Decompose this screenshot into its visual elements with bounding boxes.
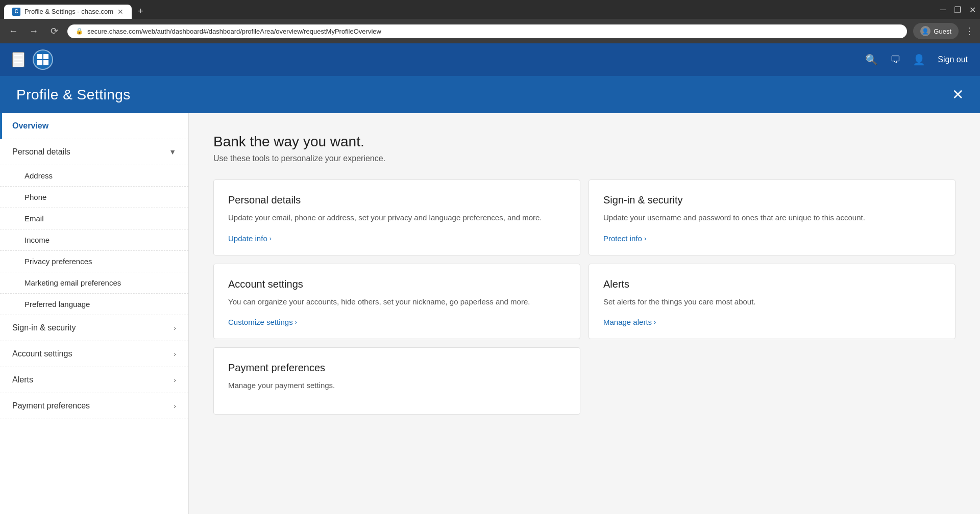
profile-icon: 👤	[920, 26, 930, 36]
profile-button[interactable]: 👤 Guest	[913, 23, 959, 39]
cards-grid: Personal details Update your email, phon…	[213, 179, 955, 339]
svg-rect-2	[37, 60, 42, 65]
sidebar-item-label: Account settings	[12, 349, 72, 358]
tab-favicon: C	[12, 8, 20, 16]
browser-menu-button[interactable]: ⋮	[965, 25, 974, 37]
address-bar[interactable]: 🔒 secure.chase.com/web/auth/dashboard#/d…	[67, 24, 907, 38]
sidebar-sub-item-label: Privacy preferences	[24, 257, 92, 266]
sidebar-sub-item-label: Email	[24, 214, 44, 223]
sidebar-item-label: Personal details	[12, 147, 70, 157]
chevron-right-icon: ›	[174, 376, 176, 384]
svg-rect-3	[43, 60, 48, 65]
chevron-right-icon: ›	[174, 350, 176, 358]
card-title: Sign-in & security	[603, 194, 941, 206]
chase-logo	[33, 49, 53, 70]
manage-alerts-label: Manage alerts	[603, 318, 652, 326]
card-description: Set alerts for the things you care most …	[603, 296, 941, 308]
sidebar-sub-item-label: Preferred language	[24, 300, 90, 309]
card-title: Alerts	[603, 278, 941, 290]
notifications-button[interactable]: 🗨	[890, 54, 900, 66]
sidebar-sub-item-label: Income	[24, 236, 50, 244]
nav-right: 🔍 🗨 👤 Sign out	[865, 54, 968, 66]
protect-info-link[interactable]: Protect info ›	[603, 234, 941, 243]
sidebar-item-phone[interactable]: Phone	[0, 187, 188, 208]
account-button[interactable]: 👤	[913, 54, 925, 66]
card-description: Update your username and password to one…	[603, 212, 941, 224]
page-title: Profile & Settings	[16, 87, 131, 103]
manage-alerts-link[interactable]: Manage alerts ›	[603, 318, 941, 326]
restore-button[interactable]: ❐	[954, 5, 961, 15]
sidebar-item-account-settings[interactable]: Account settings ›	[0, 341, 188, 367]
content-subheading: Use these tools to personalize your expe…	[213, 154, 955, 163]
sidebar-item-payment-preferences[interactable]: Payment preferences ›	[0, 393, 188, 419]
customize-settings-label: Customize settings	[228, 318, 293, 326]
tab-title: Profile & Settings - chase.com	[24, 8, 113, 15]
sidebar-sub-item-label: Address	[24, 171, 53, 180]
forward-button[interactable]: →	[27, 24, 41, 38]
browser-toolbar: ← → ⟳ 🔒 secure.chase.com/web/auth/dashbo…	[0, 19, 980, 43]
update-info-link[interactable]: Update info ›	[228, 234, 566, 243]
card-title: Payment preferences	[228, 362, 566, 374]
sidebar-item-label: Alerts	[12, 375, 33, 384]
back-button[interactable]: ←	[6, 24, 20, 38]
sidebar-item-privacy-preferences[interactable]: Privacy preferences	[0, 251, 188, 272]
refresh-button[interactable]: ⟳	[47, 24, 61, 38]
personal-details-card: Personal details Update your email, phon…	[213, 179, 580, 255]
sidebar-item-sign-in-security[interactable]: Sign-in & security ›	[0, 315, 188, 341]
chevron-right-icon: ›	[174, 402, 176, 410]
sidebar-item-overview[interactable]: Overview	[0, 113, 188, 139]
close-profile-button[interactable]: ✕	[952, 86, 964, 103]
chevron-down-icon: ▼	[169, 148, 176, 156]
chase-app: ☰ 🔍 🗨 👤 Sign out Profile & Settings ✕ Ov…	[0, 43, 980, 514]
sign-in-security-card: Sign-in & security Update your username …	[589, 179, 955, 255]
card-description: You can organize your accounts, hide oth…	[228, 296, 566, 308]
card-description: Manage your payment settings.	[228, 380, 566, 392]
sidebar-item-label: Payment preferences	[12, 401, 90, 410]
minimize-button[interactable]: ─	[940, 5, 946, 15]
sidebar-sub-item-label: Phone	[24, 193, 46, 201]
link-chevron-icon: ›	[295, 318, 297, 326]
sidebar-item-income[interactable]: Income	[0, 229, 188, 251]
sidebar-item-label: Sign-in & security	[12, 323, 76, 332]
sidebar-sub-item-label: Marketing email preferences	[24, 278, 121, 287]
browser-chrome: C Profile & Settings - chase.com ✕ + ─ ❐…	[0, 0, 980, 19]
account-settings-card: Account settings You can organize your a…	[213, 264, 580, 340]
content-area: Bank the way you want. Use these tools t…	[189, 113, 980, 514]
browser-tab[interactable]: C Profile & Settings - chase.com ✕	[4, 5, 132, 19]
new-tab-button[interactable]: +	[134, 4, 148, 19]
alerts-card: Alerts Set alerts for the things you car…	[589, 264, 955, 340]
url-text: secure.chase.com/web/auth/dashboard#/das…	[87, 28, 381, 35]
sidebar-item-marketing-email-preferences[interactable]: Marketing email preferences	[0, 272, 188, 294]
protect-info-label: Protect info	[603, 234, 642, 243]
sidebar: Overview Personal details ▼ Address Phon…	[0, 113, 189, 514]
main-content: Overview Personal details ▼ Address Phon…	[0, 113, 980, 514]
svg-rect-0	[37, 54, 42, 59]
card-title: Account settings	[228, 278, 566, 290]
sidebar-item-alerts[interactable]: Alerts ›	[0, 367, 188, 393]
sign-out-button[interactable]: Sign out	[938, 55, 968, 64]
content-heading: Bank the way you want.	[213, 134, 955, 150]
svg-rect-1	[43, 54, 48, 59]
sidebar-item-personal-details[interactable]: Personal details ▼	[0, 139, 188, 165]
profile-label: Guest	[934, 28, 951, 35]
payment-preferences-card: Payment preferences Manage your payment …	[213, 347, 580, 415]
profile-settings-header: Profile & Settings ✕	[0, 76, 980, 113]
chase-navbar: ☰ 🔍 🗨 👤 Sign out	[0, 43, 980, 76]
lock-icon: 🔒	[76, 28, 83, 35]
card-title: Personal details	[228, 194, 566, 206]
link-chevron-icon: ›	[654, 318, 656, 326]
link-chevron-icon: ›	[644, 235, 646, 242]
card-description: Update your email, phone or address, set…	[228, 212, 566, 224]
update-info-label: Update info	[228, 234, 267, 243]
customize-settings-link[interactable]: Customize settings ›	[228, 318, 566, 326]
sidebar-item-address[interactable]: Address	[0, 165, 188, 187]
sidebar-item-email[interactable]: Email	[0, 208, 188, 229]
close-window-button[interactable]: ✕	[969, 5, 976, 15]
sidebar-item-preferred-language[interactable]: Preferred language	[0, 294, 188, 315]
hamburger-menu-button[interactable]: ☰	[12, 52, 24, 67]
search-button[interactable]: 🔍	[865, 54, 878, 66]
sidebar-item-label: Overview	[12, 121, 48, 131]
chevron-right-icon: ›	[174, 324, 176, 332]
link-chevron-icon: ›	[270, 235, 272, 242]
tab-close-button[interactable]: ✕	[117, 8, 124, 16]
